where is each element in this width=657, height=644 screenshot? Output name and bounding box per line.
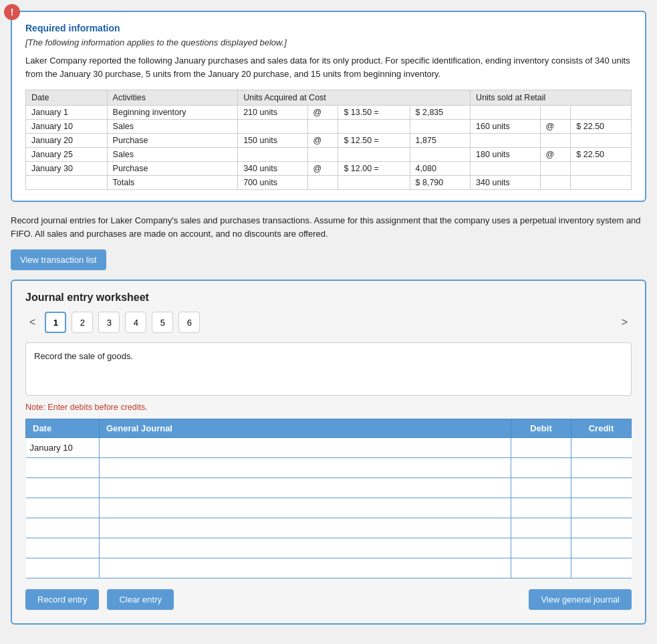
journal-credit-2[interactable] — [571, 458, 632, 478]
cell-at-sold — [540, 162, 571, 176]
cell-at-sold — [540, 134, 571, 148]
cell-units-sold — [471, 106, 540, 120]
cell-at: @ — [307, 162, 338, 176]
th-general-journal: General Journal — [100, 419, 511, 438]
cell-activity: Purchase — [107, 134, 238, 148]
cell-units-sold — [471, 162, 540, 176]
col-header-units-sold: Units sold at Retail — [471, 90, 632, 106]
note-text: Note: Enter debits before credits. — [25, 403, 632, 412]
journal-credit-input-7[interactable] — [575, 562, 628, 574]
cell-units-acq: 150 units — [238, 134, 307, 148]
col-header-activities: Activities — [107, 90, 238, 106]
journal-row-6 — [26, 538, 632, 558]
cell-activity: Purchase — [107, 162, 238, 176]
view-general-journal-button[interactable]: View general journal — [529, 589, 632, 610]
journal-date-3 — [26, 478, 100, 498]
journal-general-input-6[interactable] — [104, 542, 507, 554]
journal-debit-input-7[interactable] — [515, 562, 567, 574]
journal-credit-input-4[interactable] — [575, 502, 628, 514]
cell-cost-val — [410, 148, 471, 162]
journal-credit-input-6[interactable] — [575, 542, 628, 554]
journal-credit-input-3[interactable] — [575, 481, 628, 494]
journal-debit-input-5[interactable] — [515, 522, 567, 534]
journal-date-2 — [26, 458, 100, 478]
journal-debit-2[interactable] — [511, 458, 571, 478]
journal-row-7 — [26, 558, 632, 578]
journal-debit-input-4[interactable] — [515, 502, 567, 514]
th-credit: Credit — [571, 419, 632, 438]
next-tab-arrow[interactable]: > — [618, 315, 632, 330]
journal-general-1[interactable] — [100, 438, 511, 458]
view-transaction-button[interactable]: View transaction list — [11, 249, 106, 270]
table-row: January 30 Purchase 340 units @ $ 12.00 … — [26, 162, 632, 176]
journal-general-input-1[interactable] — [104, 441, 507, 454]
table-row: January 10 Sales 160 units @ $ 22.50 — [26, 120, 632, 134]
cell-units-acq — [238, 120, 307, 134]
instructions-text: Record journal entries for Laker Company… — [11, 214, 646, 240]
description-text: Laker Company reported the following Jan… — [25, 54, 632, 80]
alert-icon: ! — [4, 4, 20, 20]
th-date: Date — [26, 419, 100, 438]
action-buttons: Record entry Clear entry View general jo… — [25, 589, 632, 610]
journal-general-input-5[interactable] — [104, 522, 507, 534]
journal-general-5[interactable] — [100, 518, 511, 538]
cell-cost-eq: $ 12.50 = — [338, 134, 410, 148]
required-info-title: Required information — [25, 23, 632, 33]
journal-debit-7[interactable] — [511, 558, 571, 578]
journal-debit-input-3[interactable] — [515, 481, 567, 494]
cell-retail-val: $ 22.50 — [571, 120, 632, 134]
journal-debit-4[interactable] — [511, 498, 571, 518]
record-entry-button[interactable]: Record entry — [25, 589, 99, 610]
clear-entry-button[interactable]: Clear entry — [107, 589, 174, 610]
journal-credit-3[interactable] — [571, 478, 632, 498]
journal-credit-1[interactable] — [571, 438, 632, 458]
journal-credit-7[interactable] — [571, 558, 632, 578]
cell-cost-val — [410, 120, 471, 134]
tab-2[interactable]: 2 — [72, 312, 93, 333]
journal-general-2[interactable] — [100, 458, 511, 478]
journal-credit-4[interactable] — [571, 498, 632, 518]
cell-date: January 1 — [26, 106, 108, 120]
journal-general-6[interactable] — [100, 538, 511, 558]
journal-debit-3[interactable] — [511, 478, 571, 498]
journal-date-4 — [26, 498, 100, 518]
journal-credit-6[interactable] — [571, 538, 632, 558]
cell-at-sold — [540, 176, 571, 190]
journal-general-input-3[interactable] — [104, 481, 507, 494]
cell-activity: Beginning inventory — [107, 106, 238, 120]
journal-row-2 — [26, 458, 632, 478]
tab-4[interactable]: 4 — [125, 312, 146, 333]
tab-6[interactable]: 6 — [178, 312, 200, 333]
journal-debit-input-1[interactable] — [515, 441, 567, 454]
tab-3[interactable]: 3 — [98, 312, 120, 333]
journal-debit-5[interactable] — [511, 518, 571, 538]
journal-date-1: January 10 — [26, 438, 100, 458]
cell-at-sold: @ — [540, 148, 571, 162]
italic-note: [The following information applies to th… — [25, 37, 632, 47]
journal-general-4[interactable] — [100, 498, 511, 518]
journal-general-3[interactable] — [100, 478, 511, 498]
journal-debit-6[interactable] — [511, 538, 571, 558]
cell-cost-val: 1,875 — [410, 134, 471, 148]
prev-tab-arrow[interactable]: < — [25, 315, 39, 330]
journal-date-5 — [26, 518, 100, 538]
worksheet-title: Journal entry worksheet — [25, 292, 632, 304]
journal-general-input-7[interactable] — [104, 562, 507, 574]
journal-credit-input-1[interactable] — [575, 441, 628, 454]
tab-1[interactable]: 1 — [45, 312, 66, 333]
journal-debit-1[interactable] — [511, 438, 571, 458]
col-header-date: Date — [26, 90, 108, 106]
journal-credit-input-2[interactable] — [575, 461, 628, 474]
journal-general-input-4[interactable] — [104, 502, 507, 514]
cell-units-acq: 700 units — [238, 176, 307, 190]
journal-credit-input-5[interactable] — [575, 522, 628, 534]
tab-5[interactable]: 5 — [152, 312, 173, 333]
journal-credit-5[interactable] — [571, 518, 632, 538]
journal-general-input-2[interactable] — [104, 461, 507, 474]
journal-row-4 — [26, 498, 632, 518]
cell-activity: Sales — [107, 120, 238, 134]
journal-debit-input-2[interactable] — [515, 461, 567, 474]
cell-cost-eq — [338, 176, 410, 190]
journal-general-7[interactable] — [100, 558, 511, 578]
journal-debit-input-6[interactable] — [515, 542, 567, 554]
